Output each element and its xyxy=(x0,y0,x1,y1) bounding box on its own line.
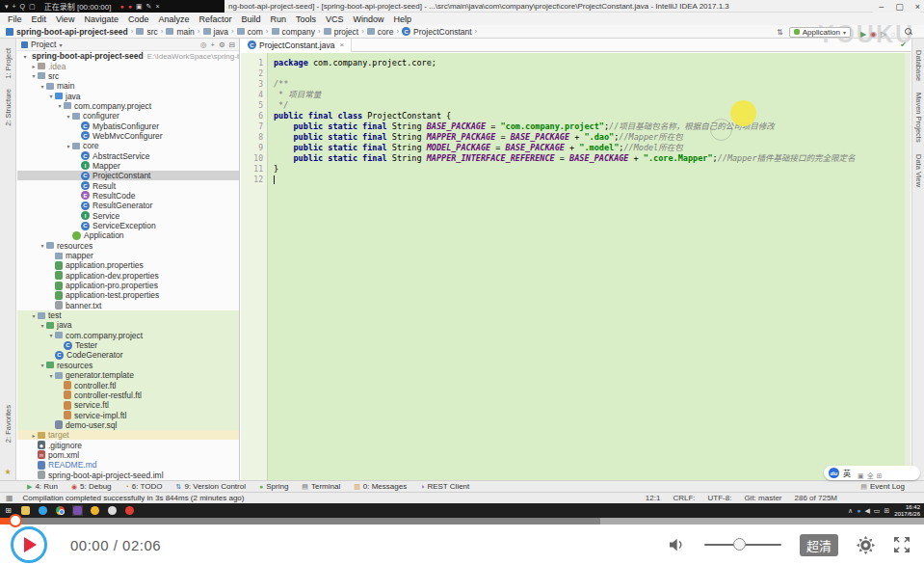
maximize-icon[interactable]: ▢ xyxy=(895,2,904,12)
tree-row[interactable]: CMybatisConfigurer xyxy=(17,121,239,130)
breadcrumb-item[interactable]: core xyxy=(367,27,394,37)
tree-row[interactable]: banner.txt xyxy=(17,301,239,310)
breadcrumb-item[interactable]: CProjectConstant xyxy=(402,27,471,37)
breadcrumb-item[interactable]: src xyxy=(136,27,157,37)
tray-icons[interactable]: ∧●◀▭⊞ xyxy=(844,507,889,515)
expand-arrow-icon[interactable]: ▾ xyxy=(39,242,46,249)
tool-window-button-eventlog[interactable]: ▤Event Log xyxy=(860,482,905,491)
panel-header-icon[interactable]: ⚙ xyxy=(219,40,225,49)
tree-row[interactable]: IService xyxy=(17,211,239,221)
toolbar-icon[interactable]: ◉ xyxy=(870,30,877,39)
editor-area[interactable]: C ProjectConstant.java × ✔ 1package com.… xyxy=(241,39,911,480)
taskbar-app-icon[interactable] xyxy=(20,505,31,516)
tree-row[interactable]: application.properties xyxy=(17,260,239,270)
breadcrumb-item[interactable]: com xyxy=(237,27,263,37)
recorder-icon[interactable]: + xyxy=(13,3,16,10)
menu-view[interactable]: View xyxy=(51,14,79,24)
breadcrumb-item[interactable]: spring-boot-api-project-seed xyxy=(6,27,128,37)
expand-arrow-icon[interactable]: ▾ xyxy=(30,72,38,79)
tool-window-button-run[interactable]: ▶4: Run xyxy=(27,482,58,491)
tree-row[interactable]: ▾src xyxy=(17,71,239,81)
tree-row[interactable]: spring-boot-api-project-seed.iml xyxy=(17,470,239,479)
ime-icon[interactable]: ▣ xyxy=(858,472,864,479)
settings-gear-icon[interactable] xyxy=(857,536,875,554)
expand-arrow-icon[interactable]: ▾ xyxy=(39,83,46,90)
menu-window[interactable]: Window xyxy=(349,14,389,24)
tray-icon[interactable]: ● xyxy=(857,507,860,514)
taskbar-app-icon[interactable] xyxy=(90,505,100,516)
tree-row[interactable]: CCodeGenerator xyxy=(17,350,239,360)
menu-build[interactable]: Build xyxy=(236,14,265,24)
expand-arrow-icon[interactable]: ▾ xyxy=(56,102,64,109)
menu-tools[interactable]: Tools xyxy=(291,14,321,24)
tool-tab-structure[interactable]: 2: Structure xyxy=(4,89,13,126)
expand-arrow-icon[interactable]: ▾ xyxy=(65,143,72,149)
breadcrumb-item[interactable]: project xyxy=(324,27,359,37)
search-icon[interactable] xyxy=(905,28,912,36)
tree-row[interactable]: README.md xyxy=(17,460,239,470)
tree-row[interactable]: CResult xyxy=(17,180,239,190)
minimize-icon[interactable]: – xyxy=(879,2,884,12)
tree-row[interactable]: CWebMvcConfigurer xyxy=(17,131,239,141)
recorder-icon[interactable]: ● xyxy=(128,3,132,10)
volume-icon[interactable] xyxy=(670,538,686,552)
menu-code[interactable]: Code xyxy=(123,14,154,24)
tree-row[interactable]: ▸.idea xyxy=(17,61,239,70)
tree-row[interactable]: ▾test xyxy=(17,310,239,320)
volume-knob[interactable] xyxy=(733,538,746,551)
recorder-icon[interactable]: × xyxy=(155,3,159,10)
panel-header-icon[interactable]: ⊟ xyxy=(229,40,235,49)
tool-tab-maven-projects[interactable]: Maven Projects xyxy=(914,93,923,143)
tree-row[interactable]: application-dev.properties xyxy=(17,271,239,281)
menu-navigate[interactable]: Navigate xyxy=(79,14,123,24)
tool-window-button-debug[interactable]: ◉5: Debug xyxy=(71,482,112,491)
tree-row[interactable]: mpom.xml xyxy=(17,450,239,460)
tool-tab-database[interactable]: Database xyxy=(914,50,923,81)
tool-window-button-todo[interactable]: ◔6: TODO xyxy=(125,482,163,491)
tree-row[interactable]: application-pro.properties xyxy=(17,281,239,290)
taskbar-clock[interactable]: 16:42 2017/6/26 xyxy=(894,504,920,517)
status-widget[interactable]: 12:1 xyxy=(646,494,661,502)
fullscreen-icon[interactable] xyxy=(893,536,911,553)
expand-arrow-icon[interactable]: ▸ xyxy=(30,63,38,69)
tree-row[interactable]: ▾com.company.project xyxy=(17,331,239,340)
tray-icon[interactable]: ▭ xyxy=(874,507,881,514)
chevron-down-icon[interactable]: ▾ xyxy=(59,41,62,48)
editor-scrollbar[interactable] xyxy=(905,53,911,480)
status-widget[interactable]: Git: master xyxy=(744,494,781,502)
breadcrumb-item[interactable]: company xyxy=(272,27,316,37)
tree-row[interactable]: ▾spring-boot-api-project-seedE:\IdeaWork… xyxy=(17,51,239,61)
taskbar-app-icon[interactable] xyxy=(38,505,48,516)
status-widget[interactable]: 286 of 725M xyxy=(795,494,837,502)
tool-window-button-terminal[interactable]: ▤Terminal xyxy=(302,482,340,491)
expand-arrow-icon[interactable]: ▾ xyxy=(47,93,55,99)
play-button[interactable] xyxy=(11,526,47,563)
code-editor[interactable]: 1package com.company.project.core;23/**4… xyxy=(241,53,911,480)
expand-arrow-icon[interactable]: ▾ xyxy=(21,53,29,60)
ime-icon[interactable]: ⊞ xyxy=(877,472,883,479)
tree-row[interactable]: EResultCode xyxy=(17,191,239,201)
sort-icon[interactable]: ⇅ xyxy=(777,28,783,37)
tree-row[interactable]: controller-restful.ftl xyxy=(17,390,239,400)
tree-row[interactable]: service.ftl xyxy=(17,400,239,410)
tray-icon[interactable]: ⊞ xyxy=(884,507,889,514)
panel-header-icon[interactable]: + xyxy=(211,40,215,49)
menu-analyze[interactable]: Analyze xyxy=(153,14,194,24)
tree-row[interactable]: ▾resources xyxy=(17,361,239,370)
recorder-icon[interactable]: ● xyxy=(120,3,124,10)
tool-window-button-restclient[interactable]: ◑REST Client xyxy=(420,482,469,491)
tool-tab-data-view[interactable]: Data View xyxy=(914,154,923,187)
project-panel-action-icons[interactable]: ◎+⚙⊟ xyxy=(197,40,235,49)
taskbar-app-icon[interactable] xyxy=(55,505,66,516)
ime-language-mode[interactable]: 英 xyxy=(843,468,851,478)
tool-window-button-messages[interactable]: ▥0: Messages xyxy=(354,482,407,491)
tree-row[interactable]: CServiceException xyxy=(17,221,239,230)
quality-badge[interactable]: 超清 xyxy=(800,534,838,556)
tree-row[interactable]: ▸target xyxy=(17,430,239,440)
recorder-icon[interactable]: ▣ xyxy=(136,3,143,10)
ime-icon[interactable]: 全 xyxy=(867,472,874,479)
expand-arrow-icon[interactable]: ▾ xyxy=(30,312,38,319)
tree-row[interactable]: ▾generator.template xyxy=(17,370,239,380)
menu-file[interactable]: File xyxy=(3,14,27,24)
menu-vcs[interactable]: VCS xyxy=(321,14,349,24)
